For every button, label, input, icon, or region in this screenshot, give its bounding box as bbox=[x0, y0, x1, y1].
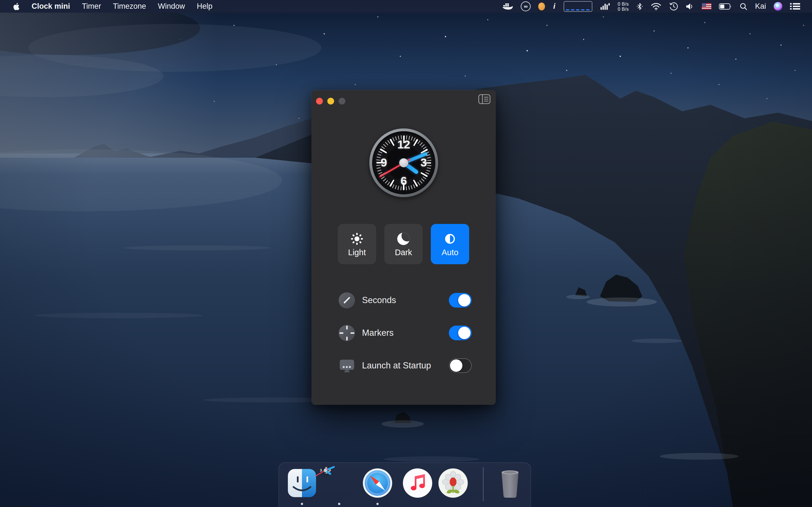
clock-numeral-12: 12 bbox=[372, 138, 435, 151]
signal-bars-icon[interactable] bbox=[600, 2, 610, 11]
dock-finder-icon[interactable] bbox=[287, 468, 317, 498]
wifi-icon[interactable] bbox=[651, 2, 661, 11]
theme-auto-button[interactable]: Auto bbox=[431, 224, 469, 264]
clock-face: 12 3 6 9 bbox=[372, 131, 435, 194]
upload-speed: 0 B/s bbox=[618, 1, 629, 6]
analog-clock: 12 3 6 9 bbox=[369, 128, 438, 197]
input-language-flag-icon[interactable] bbox=[702, 3, 711, 10]
seconds-label: Seconds bbox=[362, 295, 449, 305]
theme-auto-label: Auto bbox=[442, 248, 458, 257]
menu-bar-status: ∞ i 0 B/s 0 B/s bbox=[502, 1, 812, 12]
clock-center-hub bbox=[399, 158, 408, 167]
spotlight-search-icon[interactable] bbox=[740, 3, 748, 10]
theme-light-label: Light bbox=[348, 248, 366, 257]
time-machine-icon[interactable] bbox=[669, 2, 678, 11]
running-indicator-finder bbox=[301, 503, 303, 505]
menu-bar-left: Clock mini Timer Timezone Window Help bbox=[0, 2, 213, 11]
menu-timezone[interactable]: Timezone bbox=[113, 2, 146, 11]
menu-timer[interactable]: Timer bbox=[82, 2, 101, 11]
theme-selector: Light Dark Auto bbox=[338, 224, 469, 264]
clock-numeral-9: 9 bbox=[380, 156, 387, 169]
seconds-row: Seconds bbox=[339, 292, 472, 308]
clock-hand-icon bbox=[339, 292, 355, 308]
theme-dark-label: Dark bbox=[395, 248, 412, 257]
user-menu[interactable]: Kai bbox=[755, 2, 766, 11]
close-button[interactable] bbox=[316, 98, 323, 105]
sidebar-toggle-button[interactable] bbox=[478, 94, 491, 104]
toggle-knob bbox=[450, 359, 462, 372]
mini-clock: 12 3 6 9 bbox=[324, 466, 327, 474]
volume-icon[interactable] bbox=[686, 2, 694, 11]
clock-numeral-3: 3 bbox=[420, 156, 427, 169]
toggle-knob bbox=[458, 327, 470, 339]
sun-icon bbox=[350, 231, 364, 246]
apple-menu[interactable] bbox=[12, 2, 20, 11]
clock-mini-window: 12 3 6 9 bbox=[312, 90, 496, 405]
launch-at-startup-row: Launch at Startup bbox=[339, 357, 472, 374]
creative-cloud-icon[interactable]: ∞ bbox=[521, 1, 530, 11]
launch-at-startup-label: Launch at Startup bbox=[362, 360, 449, 371]
network-speed-widget[interactable]: 0 B/s 0 B/s bbox=[618, 1, 629, 11]
markers-label: Markers bbox=[362, 328, 449, 338]
running-indicator-safari bbox=[376, 503, 378, 505]
running-indicator-clock-mini bbox=[338, 503, 340, 505]
cpu-history-widget[interactable] bbox=[564, 1, 592, 12]
dock: 12 3 6 9 bbox=[278, 462, 531, 507]
mini-numeral-3: 3 bbox=[320, 468, 322, 472]
monitor-icon bbox=[339, 358, 355, 373]
traffic-lights bbox=[316, 98, 345, 105]
markers-toggle[interactable] bbox=[449, 326, 472, 340]
theme-dark-button[interactable]: Dark bbox=[384, 224, 423, 264]
minimize-button[interactable] bbox=[327, 98, 334, 105]
istat-info-icon[interactable]: i bbox=[553, 2, 556, 11]
dock-music-icon[interactable] bbox=[402, 468, 433, 498]
dock-safari-icon[interactable] bbox=[362, 468, 393, 498]
toggle-knob bbox=[458, 294, 470, 306]
half-circle-icon bbox=[443, 231, 457, 246]
markers-icon bbox=[339, 325, 355, 341]
notification-center-icon[interactable] bbox=[790, 3, 800, 10]
recording-dot-icon[interactable] bbox=[538, 3, 545, 10]
moon-icon bbox=[397, 231, 410, 246]
menu-help[interactable]: Help bbox=[197, 2, 213, 11]
theme-light-button[interactable]: Light bbox=[338, 224, 376, 264]
siri-icon[interactable] bbox=[774, 2, 782, 11]
mini-clock-hub bbox=[324, 469, 327, 472]
dock-separator bbox=[483, 467, 484, 501]
download-speed: 0 B/s bbox=[618, 6, 629, 11]
dock-photos-icon[interactable] bbox=[438, 468, 468, 498]
battery-icon[interactable] bbox=[719, 3, 732, 10]
markers-row: Markers bbox=[339, 325, 472, 341]
bluetooth-icon[interactable] bbox=[637, 2, 643, 11]
desktop: Clock mini Timer Timezone Window Help ∞ … bbox=[0, 0, 812, 507]
menu-window[interactable]: Window bbox=[158, 2, 185, 11]
dock-trash-icon[interactable] bbox=[496, 469, 524, 498]
dock-clock-mini-icon[interactable]: 12 3 6 9 bbox=[324, 468, 354, 498]
apple-icon bbox=[12, 2, 20, 11]
menu-app-name[interactable]: Clock mini bbox=[32, 2, 70, 11]
menu-bar: Clock mini Timer Timezone Window Help ∞ … bbox=[0, 0, 812, 13]
docker-icon[interactable] bbox=[502, 2, 513, 11]
seconds-toggle[interactable] bbox=[449, 293, 472, 307]
launch-at-startup-toggle[interactable] bbox=[449, 358, 472, 373]
zoom-button[interactable] bbox=[339, 98, 345, 105]
